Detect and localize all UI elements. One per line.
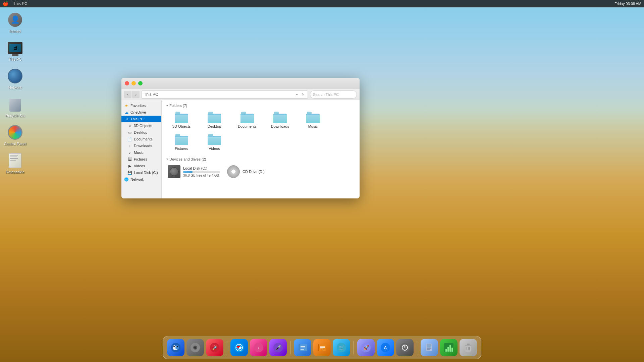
folder-item-music[interactable]: Music [298,110,328,130]
svg-point-3 [173,346,175,347]
nav-forward-button[interactable]: › [132,91,140,98]
menubar-time: Friday 03:08 AM [614,2,641,6]
music-icon: ♪ [127,150,132,155]
folder-item-documents[interactable]: Documents [232,110,262,130]
desktop: 🍎 This PC Friday 03:08 AM 👤 framed 🖥 Thi… [0,0,644,362]
sidebar-item-this-pc[interactable]: 🖥 This PC [121,116,161,122]
folder-pictures-label: Pictures [175,146,188,150]
dock-files[interactable] [294,339,311,356]
folder-item-videos[interactable]: Videos [199,132,229,152]
dock-trash[interactable] [460,339,477,356]
svg-rect-49 [465,345,472,346]
folders-grid: 3D Objects Desktop [166,110,355,152]
sidebar-documents-label: Documents [134,137,153,141]
dock-store[interactable]: 🛒 [333,339,350,356]
sidebar-item-onedrive[interactable]: ☁ OneDrive [121,109,161,116]
sidebar-item-music[interactable]: ♪ Music [121,149,161,156]
drive-d-info: CD Drive (D:) [243,170,265,174]
window-maximize-button[interactable] [138,81,143,85]
menubar-left: 🍎 This PC [3,1,28,6]
dock-separator-3 [354,341,354,354]
dock-separator-1 [227,341,227,354]
apple-logo-icon[interactable]: 🍎 [3,1,8,6]
documents-icon: 📄 [127,137,132,141]
folder-item-downloads[interactable]: Downloads [265,110,295,130]
monitor-screen: 🖥 [9,44,21,52]
window-close-button[interactable] [125,81,129,85]
folder-videos-icon [208,134,221,145]
dock-books[interactable] [313,339,331,356]
folders-section-title: Folders (7) [169,104,187,108]
window-controls [125,81,143,85]
nav-search-placeholder: Search This PC [313,93,339,97]
dock-itunes[interactable]: ♪ [250,339,267,356]
desktop-icon-recycle[interactable]: Recycle Bin [3,96,27,118]
desktop-icon-framed[interactable]: 👤 framed [3,12,27,33]
recycle-label: Recycle Bin [5,114,25,118]
nav-search-bar[interactable]: Search This PC [310,90,357,99]
dock-preferences[interactable] [186,339,204,356]
desktop-icon-network[interactable]: Network [3,68,27,89]
folder-item-pictures[interactable]: Pictures [166,132,197,152]
sidebar-downloads-label: Downloads [134,144,152,148]
sidebar-this-pc-label: This PC [130,117,144,121]
videos-icon: ▶ [127,164,132,168]
folders-section-header[interactable]: ▾ Folders (7) [166,104,355,108]
sidebar-item-local-c[interactable]: 💾 Local Disk (C:) [121,169,161,176]
drive-c-free: 36.8 GB free of 49.4 GB [183,174,220,177]
sidebar: ★ Favorites ☁ OneDrive 🖥 This PC ○ 3D Ob… [121,100,162,198]
drive-item-cd-d[interactable]: CD Drive (D:) [226,164,281,179]
dock-preview[interactable] [421,339,438,356]
drives-section-title: Devices and drives (2) [169,157,206,161]
dock-launchpad[interactable]: 🚀 [206,339,223,356]
folder-3d-icon [175,112,188,123]
nav-refresh-button[interactable]: ↻ [300,92,306,97]
sidebar-item-documents[interactable]: 📄 Documents [121,136,161,142]
sidebar-item-videos[interactable]: ▶ Videos [121,163,161,169]
dock-power[interactable] [396,339,414,356]
folder-item-3d-objects[interactable]: 3D Objects [166,110,197,130]
desktop-icon-control-panel[interactable]: Control Panel [3,124,27,146]
dock-siri[interactable]: 🎤 [269,339,287,356]
drives-collapse-icon: ▾ [166,158,168,161]
sidebar-item-3d-objects[interactable]: ○ 3D Objects [121,122,161,129]
nav-path-bar[interactable]: This PC ▾ ↻ [142,90,308,99]
drive-c-name: Local Disk (C:) [183,166,220,170]
file-area: ▾ Folders (7) 3D Objects [162,100,360,198]
drives-section-header[interactable]: ▾ Devices and drives (2) [166,157,355,161]
pictures-icon: 🖼 [127,157,132,162]
drive-c-info: Local Disk (C:) 36.8 GB free of 49.4 GB [183,166,220,177]
folder-item-desktop[interactable]: Desktop [199,110,229,130]
menubar-app-title: This PC [13,1,28,6]
window-content: ★ Favorites ☁ OneDrive 🖥 This PC ○ 3D Ob… [121,100,360,198]
drive-item-local-c[interactable]: Local Disk (C:) 36.8 GB free of 49.4 GB [166,164,222,179]
desktop-icon-notepad[interactable]: Notepadkle [3,153,27,174]
svg-rect-47 [451,348,453,352]
sidebar-item-network[interactable]: 🌐 Network [121,176,161,183]
nav-back-button[interactable]: ‹ [124,91,131,98]
dock-appstore[interactable]: A [377,339,394,356]
dock-stats[interactable] [440,339,458,356]
hdd-icon [168,165,180,178]
dock-safari[interactable] [230,339,248,356]
sidebar-item-downloads[interactable]: ↓ Downloads [121,142,161,149]
3d-icon: ○ [127,123,132,128]
menubar-right: Friday 03:08 AM [614,2,641,6]
nav-dropdown-arrow[interactable]: ▾ [294,92,300,97]
sidebar-item-favorites[interactable]: ★ Favorites [121,102,161,109]
drive-c-icon: 💾 [127,170,132,175]
nav-path-text: This PC [144,92,158,97]
network-label: Network [8,85,22,89]
window-minimize-button[interactable] [131,81,136,85]
notepad-paper-icon [9,153,21,168]
svg-point-4 [177,346,178,347]
dock-rocket[interactable]: 🚀 [357,339,375,356]
sidebar-pictures-label: Pictures [134,157,147,161]
sidebar-item-pictures[interactable]: 🖼 Pictures [121,156,161,163]
dock-finder[interactable] [167,339,184,356]
sidebar-onedrive-label: OneDrive [130,110,146,114]
framed-label: framed [9,29,21,33]
sidebar-item-desktop[interactable]: ▭ Desktop [121,129,161,136]
desktop-icon-this-pc[interactable]: 🖥 This PC [3,40,27,61]
svg-rect-44 [445,349,447,352]
